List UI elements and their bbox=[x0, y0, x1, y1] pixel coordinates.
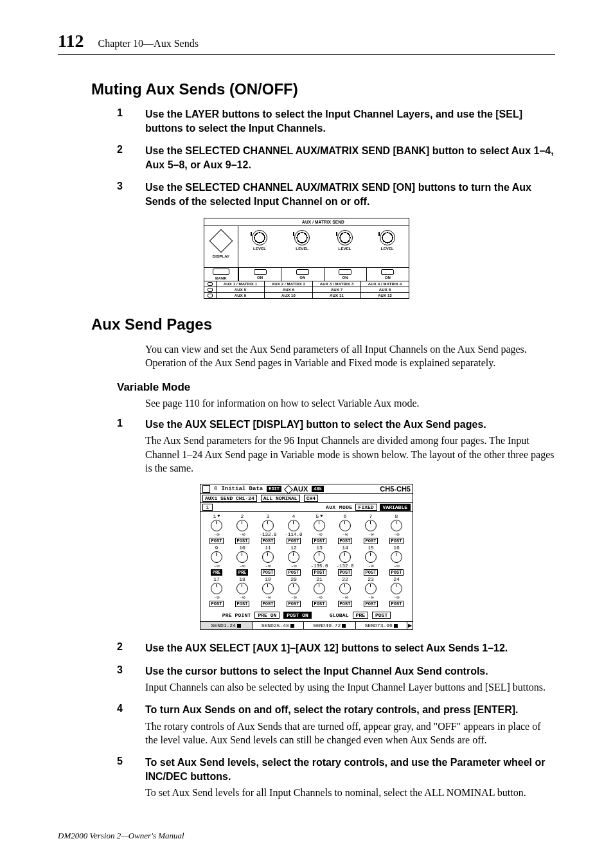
hw-panel-title: AUX / MATRIX SEND bbox=[204, 218, 409, 226]
lcd-knob-number: 2 bbox=[241, 513, 244, 519]
rotary-knob-icon bbox=[339, 520, 351, 531]
pre-post-badge: POST bbox=[261, 538, 276, 544]
lcd-knob-number: 11 bbox=[265, 545, 271, 551]
lcd-knob-value: -135.0 bbox=[310, 563, 328, 569]
lcd-knob-value: -∞ bbox=[342, 595, 348, 600]
lcd-knob-cell: 2-∞POST bbox=[230, 513, 254, 544]
hw-aux-label: AUX 10 bbox=[264, 293, 312, 298]
level-label: LEVEL bbox=[253, 247, 266, 251]
lcd-knob-cell: 24-∞POST bbox=[384, 576, 409, 607]
step-title: To set Aux Send levels, select the rotar… bbox=[145, 756, 555, 783]
scene-icon bbox=[202, 485, 210, 493]
hw-aux-label: AUX 5 bbox=[217, 287, 264, 292]
lcd-knob-value: -∞ bbox=[239, 595, 245, 600]
on-label: ON bbox=[299, 276, 305, 279]
step-number: 3 bbox=[117, 664, 145, 695]
pre-post-badge: POST bbox=[209, 601, 224, 607]
lcd-knob-cell: 6-∞POST bbox=[333, 513, 357, 544]
lcd-knob-cell: 18-∞POST bbox=[230, 576, 254, 607]
hw-aux-label: AUX 4 / MATRIX 4 bbox=[360, 281, 409, 287]
level-label: LEVEL bbox=[296, 247, 308, 251]
edit-badge: EDIT bbox=[267, 486, 281, 492]
lcd-knob-cell: 23-∞POST bbox=[359, 576, 383, 607]
hw-aux-label: AUX 7 bbox=[312, 287, 360, 292]
lcd-knob-number: 19 bbox=[265, 576, 271, 582]
lcd-knob-number: 10 bbox=[239, 545, 245, 551]
lcd-knob-number: 22 bbox=[342, 576, 348, 582]
lcd-knob-cell: 1♥-∞POST bbox=[204, 513, 229, 544]
channel-indicator: CH5-CH5 bbox=[380, 485, 411, 493]
pre-post-badge: POST bbox=[235, 601, 250, 607]
lcd-knob-number: 9 bbox=[215, 545, 218, 551]
lcd-knob-number: 8 bbox=[395, 513, 398, 519]
lcd-knob-value: -∞ bbox=[393, 595, 399, 600]
pre-post-badge: POST bbox=[364, 569, 378, 576]
rotary-knob-icon bbox=[211, 551, 222, 563]
lcd-tab: SEND49-72 bbox=[303, 622, 355, 629]
variable-mode-steps: 1 Use the AUX SELECT [DISPLAY] button to… bbox=[117, 418, 555, 475]
step-title: Use the SELECTED CHANNEL AUX/MATRIX SEND… bbox=[145, 144, 555, 172]
lcd-knob-cell: 11-∞POST bbox=[256, 545, 280, 576]
pre-post-badge: PRE bbox=[236, 569, 249, 576]
hw-aux-label: AUX 11 bbox=[312, 293, 360, 298]
pre-post-badge: POST bbox=[389, 569, 404, 576]
pre-post-badge: POST bbox=[261, 601, 276, 607]
pre-post-badge: POST bbox=[287, 601, 301, 607]
tab-marker-icon bbox=[342, 624, 346, 628]
bank-led-icon bbox=[208, 282, 213, 286]
pre-post-badge: POST bbox=[287, 569, 301, 576]
tab-marker-icon bbox=[290, 624, 294, 628]
lcd-tab: SEND25-48 bbox=[252, 622, 304, 629]
pre-post-badge: POST bbox=[312, 601, 327, 607]
lcd-knob-cell: 13-135.0POST bbox=[307, 545, 332, 576]
rotary-knob-icon bbox=[339, 551, 351, 563]
aux-diamond-icon bbox=[284, 485, 293, 494]
hw-aux-label: AUX 12 bbox=[360, 293, 409, 298]
pre-point-label: PRE POINT bbox=[222, 612, 251, 618]
rotary-knob-icon bbox=[211, 520, 222, 531]
step-desc: To set Aux Send levels for all Input Cha… bbox=[145, 786, 555, 799]
hw-aux-label: AUX 8 bbox=[360, 287, 409, 292]
page-label-box: AUX1 SEND CH1-24 bbox=[202, 495, 257, 502]
global-post-toggle: POST bbox=[372, 612, 391, 619]
lcd-tab: SEND1-24 bbox=[200, 622, 252, 629]
pair-heart-icon: ♥ bbox=[320, 514, 323, 518]
rotary-knob-icon bbox=[391, 583, 402, 594]
pre-post-badge: POST bbox=[364, 601, 378, 607]
rotary-knob-icon bbox=[262, 583, 274, 594]
level-knob-icon bbox=[294, 230, 310, 245]
rotary-knob-icon bbox=[236, 520, 248, 531]
muting-steps: 1 Use the LAYER buttons to select the In… bbox=[117, 107, 555, 209]
post-on-toggle: POST ON bbox=[283, 612, 312, 619]
rotary-knob-icon bbox=[339, 583, 351, 594]
lcd-knob-cell: 12-∞POST bbox=[281, 545, 306, 576]
tab-marker-icon bbox=[237, 624, 241, 628]
step-title: Use the AUX SELECT [DISPLAY] button to s… bbox=[145, 418, 555, 432]
rotary-knob-icon bbox=[211, 583, 222, 594]
hw-aux-label: AUX 9 bbox=[217, 293, 264, 298]
lcd-knob-value: -∞ bbox=[239, 563, 245, 569]
lcd-knob-number: 20 bbox=[290, 576, 297, 582]
step-number: 5 bbox=[117, 756, 145, 799]
rotary-knob-icon bbox=[314, 551, 325, 563]
lcd-knob-number: 12 bbox=[290, 545, 297, 551]
display-label: DISPLAY bbox=[213, 254, 229, 258]
lcd-knob-cell: 7-∞POST bbox=[359, 513, 383, 544]
hw-aux-label: AUX 1 / MATRIX 1 bbox=[217, 281, 264, 287]
step-title: Use the LAYER buttons to select the Inpu… bbox=[145, 107, 555, 135]
subheading-desc: See page 110 for information on how to s… bbox=[145, 396, 555, 410]
lcd-knob-value: -132.0 bbox=[259, 532, 276, 537]
step-number: 1 bbox=[117, 418, 145, 475]
level-knob-icon bbox=[337, 230, 353, 245]
figure-hardware-panel: AUX / MATRIX SEND DISPLAY LEVEL LEVEL LE… bbox=[58, 218, 555, 300]
level-label: LEVEL bbox=[381, 247, 394, 251]
on-label: ON bbox=[342, 276, 348, 279]
pre-post-badge: POST bbox=[312, 538, 327, 544]
aux-number-box: 1 bbox=[202, 504, 213, 511]
lcd-knob-value: -∞ bbox=[290, 563, 296, 569]
pre-post-badge: POST bbox=[364, 538, 378, 544]
lcd-knob-cell: 8-∞POST bbox=[384, 513, 409, 544]
scene-title: Initial Data bbox=[221, 486, 263, 492]
on-label: ON bbox=[385, 276, 391, 279]
tab-marker-icon bbox=[394, 624, 398, 628]
